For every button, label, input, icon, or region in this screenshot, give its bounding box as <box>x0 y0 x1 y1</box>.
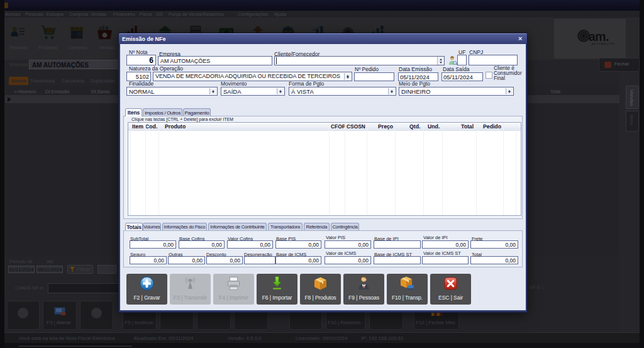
svg-text:AUTOMAÇÕES: AUTOMAÇÕES <box>592 42 615 45</box>
